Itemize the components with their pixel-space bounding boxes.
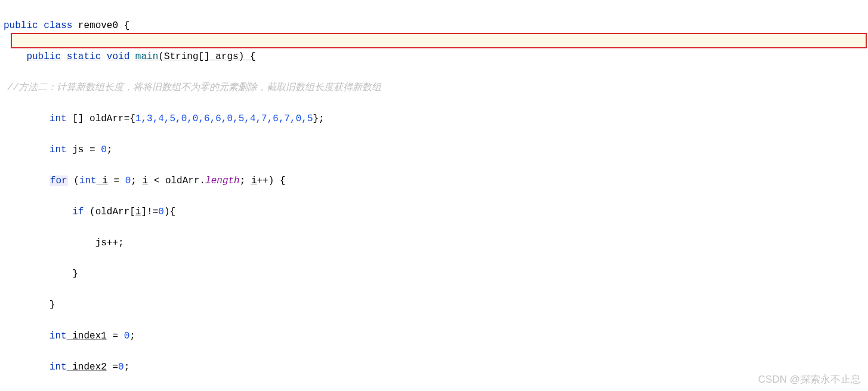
- code-editor-content: public class remove0 { public static voi…: [0, 0, 868, 391]
- code-line: int [] oldArr={1,3,4,5,0,0,6,6,0,5,4,7,6…: [4, 111, 868, 127]
- code-line: int js = 0;: [4, 142, 868, 158]
- code-comment-line: //方法二：计算新数组长度，将将旧数组不为零的元素删除，截取旧数组长度获得新数组: [4, 80, 868, 96]
- code-line: int index2 =0;: [4, 359, 868, 375]
- code-line: if (oldArr[i]!=0){: [4, 204, 868, 220]
- code-line: int index1 = 0;: [4, 328, 868, 344]
- code-line: public class remove0 {: [4, 18, 868, 33]
- code-line: public static void main(String[] args) {: [4, 49, 868, 64]
- code-line: }: [4, 297, 868, 313]
- code-line: js++;: [4, 235, 868, 251]
- code-line: for (int i = 0; i < oldArr.length; i++) …: [4, 173, 868, 189]
- code-line: }: [4, 266, 868, 282]
